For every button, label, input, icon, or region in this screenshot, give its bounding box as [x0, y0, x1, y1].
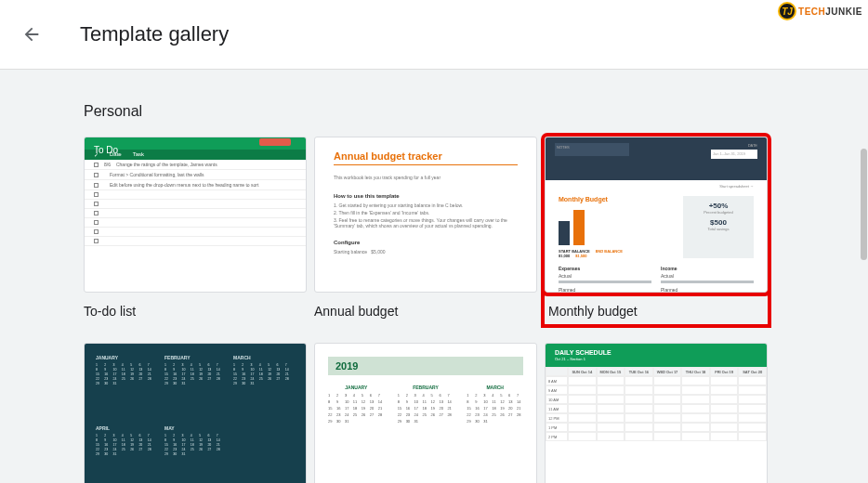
- template-label: Annual budget: [314, 293, 537, 319]
- template-thumb: NOTES DATE Jan 1–Jan 31, 2019 Start spre…: [545, 137, 768, 293]
- watermark-badge: TJ: [778, 2, 796, 20]
- mb-title: Monthly Budget: [559, 196, 674, 202]
- watermark-text: TECHJUNKIE: [798, 7, 862, 17]
- template-card-schedule[interactable]: DAILY SCHEDULE Oct 21 – Section 1 SUN Oc…: [545, 343, 768, 483]
- template-thumb: DAILY SCHEDULE Oct 21 – Section 1 SUN Oc…: [545, 343, 768, 483]
- arrow-left-icon: [21, 24, 42, 45]
- template-card-monthly-budget[interactable]: NOTES DATE Jan 1–Jan 31, 2019 Start spre…: [545, 137, 768, 324]
- template-label: To-do list: [84, 293, 307, 319]
- header-bar: Template gallery: [0, 0, 868, 70]
- back-button[interactable]: [20, 23, 43, 46]
- mb-chart: [559, 208, 674, 245]
- template-grid: To Do ✓DateTask 8/6Change the ratings of…: [84, 137, 784, 483]
- section-personal-label: Personal: [84, 103, 784, 120]
- template-label: Monthly budget: [548, 298, 764, 319]
- template-card-annual-budget[interactable]: Annual budget tracker This workbook lets…: [314, 137, 537, 324]
- template-card-calendar-dark[interactable]: JANUARY123456789101112131415161718192021…: [84, 343, 307, 483]
- template-card-calendar-light[interactable]: 2019 JANUARY1234567891011121314151617181…: [314, 343, 537, 483]
- template-thumb: 2019 JANUARY1234567891011121314151617181…: [314, 343, 537, 483]
- schedule-title: DAILY SCHEDULE: [555, 349, 757, 356]
- page-title: Template gallery: [80, 22, 229, 46]
- template-thumb: To Do ✓DateTask 8/6Change the ratings of…: [84, 137, 307, 293]
- template-thumb: JANUARY123456789101112131415161718192021…: [84, 343, 307, 483]
- template-thumb: Annual budget tracker This workbook lets…: [314, 137, 537, 293]
- mb-kpi: +50% Percent budgeted $500 Total savings: [683, 196, 754, 258]
- scrollbar[interactable]: [861, 149, 867, 260]
- template-card-todo[interactable]: To Do ✓DateTask 8/6Change the ratings of…: [84, 137, 307, 324]
- calendar-year: 2019: [328, 357, 523, 375]
- content-area: Personal To Do ✓DateTask 8/6Change the r…: [0, 70, 868, 483]
- watermark: TJ TECHJUNKIE: [778, 2, 862, 20]
- ab-title: Annual budget tracker: [334, 150, 518, 165]
